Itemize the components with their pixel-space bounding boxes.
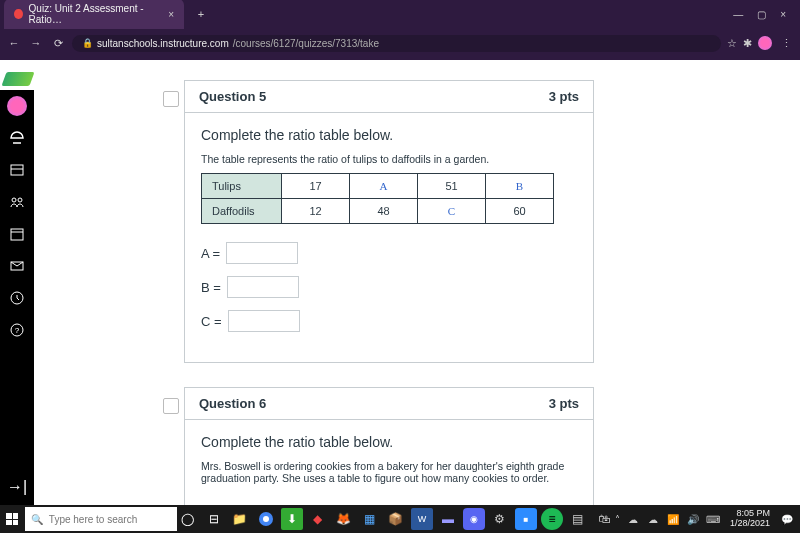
global-nav: ? →| [0, 90, 34, 505]
nav-groups-icon[interactable] [7, 192, 27, 212]
lock-icon: 🔒 [82, 38, 93, 48]
school-logo [1, 72, 34, 86]
notifications-icon[interactable]: 💬 [780, 512, 794, 526]
question-5-card: Question 5 3 pts Complete the ratio tabl… [184, 80, 594, 363]
question-points: 3 pts [549, 396, 579, 411]
question-description: The table represents the ratio of tulips… [201, 153, 577, 165]
svg-rect-4 [11, 229, 23, 240]
start-button[interactable] [0, 505, 25, 533]
nav-help-icon[interactable]: ? [7, 320, 27, 340]
table-row: Daffodils 12 48 C 60 [202, 199, 554, 224]
window-controls: — ▢ × [733, 9, 796, 20]
answer-label: B = [201, 280, 221, 295]
quiz-container: Question 5 3 pts Complete the ratio tabl… [184, 60, 594, 505]
windows-icon [6, 513, 18, 525]
answer-input-a[interactable] [226, 242, 298, 264]
cortana-icon[interactable]: ⊟ [203, 508, 225, 530]
tray-expand-icon[interactable]: ˄ [615, 514, 620, 525]
question-prompt: Complete the ratio table below. [201, 127, 577, 143]
language-icon[interactable]: ⌨ [706, 512, 720, 526]
search-icon: 🔍 [31, 514, 43, 525]
discord-icon[interactable]: ◉ [463, 508, 485, 530]
settings-icon[interactable]: ⚙ [489, 508, 511, 530]
word-icon[interactable]: W [411, 508, 433, 530]
reload-button[interactable]: ⟳ [50, 35, 66, 51]
new-tab-button[interactable]: + [192, 8, 210, 20]
answer-label: A = [201, 246, 220, 261]
url-host: sultanschools.instructure.com [97, 38, 229, 49]
nav-calendar-icon[interactable] [7, 224, 27, 244]
cell: 12 [282, 199, 350, 224]
svg-point-3 [18, 198, 22, 202]
app-icon[interactable]: 📦 [385, 508, 407, 530]
nav-history-icon[interactable] [7, 288, 27, 308]
spotify-icon[interactable]: ≡ [541, 508, 563, 530]
wifi-icon[interactable]: 📶 [666, 512, 680, 526]
cell-variable: B [486, 174, 554, 199]
tab-active[interactable]: Quiz: Unit 2 Assessment - Ratio… × [4, 0, 184, 29]
browser-menu-icon[interactable]: ⋮ [778, 37, 794, 50]
answer-row-b: B = [201, 276, 577, 298]
back-button[interactable]: ← [6, 35, 22, 51]
task-view-icon[interactable]: ◯ [177, 508, 199, 530]
svg-rect-0 [11, 165, 23, 175]
zoom-icon[interactable]: ■ [515, 508, 537, 530]
close-icon[interactable]: × [168, 9, 174, 20]
bookmark-star-icon[interactable]: ☆ [727, 37, 737, 50]
question-title: Question 6 [199, 396, 266, 411]
store-icon[interactable]: 🛍 [593, 508, 615, 530]
chrome-icon[interactable] [255, 508, 277, 530]
windows-taskbar: 🔍 Type here to search ◯ ⊟ 📁 ⬇ ◆ 🦊 ▦ 📦 W … [0, 505, 800, 533]
answer-label: C = [201, 314, 222, 329]
answer-row-c: C = [201, 310, 577, 332]
forward-button[interactable]: → [28, 35, 44, 51]
quiz-scroll-area[interactable]: Question 5 3 pts Complete the ratio tabl… [34, 60, 800, 505]
profile-avatar[interactable] [758, 36, 772, 50]
volume-icon[interactable]: 🔊 [686, 512, 700, 526]
answer-input-b[interactable] [227, 276, 299, 298]
answer-row-a: A = [201, 242, 577, 264]
address-bar[interactable]: 🔒 sultanschools.instructure.com/courses/… [72, 35, 721, 52]
ratio-table: Tulips 17 A 51 B Daffodils 12 48 C 60 [201, 173, 554, 224]
browser-chrome: Quiz: Unit 2 Assessment - Ratio… × + — ▢… [0, 0, 800, 60]
taskbar-clock[interactable]: 8:05 PM 1/28/2021 [726, 509, 774, 529]
tray-icon[interactable]: ☁ [646, 512, 660, 526]
row-label: Tulips [202, 174, 282, 199]
question-header: Question 6 3 pts [185, 388, 593, 420]
cell: 48 [350, 199, 418, 224]
question-title: Question 5 [199, 89, 266, 104]
svg-text:?: ? [15, 326, 20, 335]
maximize-button[interactable]: ▢ [757, 9, 766, 20]
nav-account[interactable] [7, 96, 27, 116]
svg-point-13 [263, 516, 269, 522]
extensions-icon[interactable]: ✱ [743, 37, 752, 50]
row-label: Daffodils [202, 199, 282, 224]
taskbar-apps: ◯ ⊟ 📁 ⬇ ◆ 🦊 ▦ 📦 W ▬ ◉ ⚙ ■ ≡ ▤ 🛍 [177, 508, 615, 530]
answer-input-c[interactable] [228, 310, 300, 332]
table-row: Tulips 17 A 51 B [202, 174, 554, 199]
file-explorer-icon[interactable]: 📁 [229, 508, 251, 530]
nav-inbox-icon[interactable] [7, 256, 27, 276]
question-description: Mrs. Boswell is ordering cookies from a … [201, 460, 577, 484]
url-path: /courses/6127/quizzes/7313/take [233, 38, 379, 49]
close-window-button[interactable]: × [780, 9, 786, 20]
page-viewport: ? →| Question 5 3 pts Complete the ratio… [0, 60, 800, 505]
calculator-icon[interactable]: ▦ [359, 508, 381, 530]
nav-expand-icon[interactable]: →| [7, 477, 27, 497]
search-placeholder: Type here to search [49, 514, 137, 525]
cell-variable: A [350, 174, 418, 199]
taskbar-search[interactable]: 🔍 Type here to search [25, 507, 177, 531]
nav-dashboard-icon[interactable] [7, 128, 27, 148]
cell: 17 [282, 174, 350, 199]
question-prompt: Complete the ratio table below. [201, 434, 577, 450]
question-body: Complete the ratio table below. Mrs. Bos… [185, 420, 593, 505]
onedrive-icon[interactable]: ☁ [626, 512, 640, 526]
firefox-icon[interactable]: 🦊 [333, 508, 355, 530]
app-icon[interactable]: ▬ [437, 508, 459, 530]
nav-courses-icon[interactable] [7, 160, 27, 180]
app-icon[interactable]: ▤ [567, 508, 589, 530]
app-icon[interactable]: ⬇ [281, 508, 303, 530]
clock-date: 1/28/2021 [730, 519, 770, 529]
app-icon[interactable]: ◆ [307, 508, 329, 530]
minimize-button[interactable]: — [733, 9, 743, 20]
